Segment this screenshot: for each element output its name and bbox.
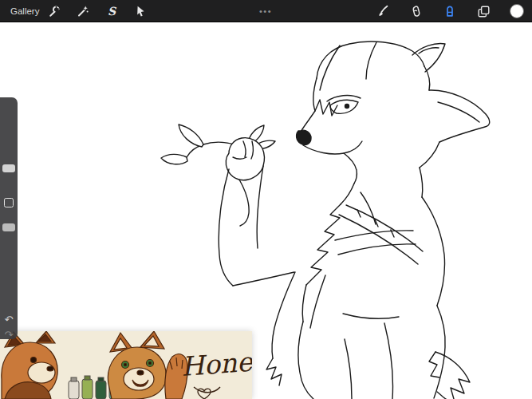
reference-image: Honey xyxy=(0,331,252,399)
adjustments-button[interactable] xyxy=(73,0,93,22)
arrow-cursor-icon xyxy=(134,5,147,18)
brush-size-slider[interactable] xyxy=(0,97,18,193)
brush-size-handle[interactable] xyxy=(2,164,15,172)
color-circle xyxy=(510,4,524,18)
transform-button[interactable] xyxy=(130,0,151,22)
layers-button[interactable] xyxy=(473,0,494,22)
smudge-tool-button[interactable] xyxy=(406,0,427,22)
opacity-slider[interactable] xyxy=(0,209,18,305)
wrench-icon xyxy=(48,5,61,18)
opacity-handle[interactable] xyxy=(2,223,15,231)
procreate-app-window: Gallery S xyxy=(0,0,532,399)
eraser-icon xyxy=(443,5,456,18)
drawing-canvas[interactable]: Honey ↶ ↷ xyxy=(0,22,532,399)
undo-button[interactable]: ↶ xyxy=(0,313,18,327)
s-curve-icon: S xyxy=(108,6,116,17)
color-button[interactable] xyxy=(506,0,527,22)
selections-button[interactable]: S xyxy=(101,0,122,22)
redo-button[interactable]: ↷ xyxy=(0,328,18,342)
canvas-menu-button[interactable]: ••• xyxy=(254,0,278,22)
paintbrush-icon xyxy=(376,5,389,18)
reference-caption-text: Honey xyxy=(180,345,252,382)
sidebar: ↶ ↷ xyxy=(0,97,18,339)
paint-tool-button[interactable] xyxy=(372,0,393,22)
actions-button[interactable] xyxy=(44,0,65,22)
toolbar: Gallery S xyxy=(0,0,532,22)
layers-stack-icon xyxy=(477,5,491,18)
modify-button[interactable] xyxy=(4,198,14,207)
smudge-finger-icon xyxy=(410,5,423,18)
eraser-tool-button[interactable] xyxy=(439,0,460,22)
magic-wand-icon xyxy=(77,5,89,18)
gallery-button[interactable]: Gallery xyxy=(6,0,43,22)
